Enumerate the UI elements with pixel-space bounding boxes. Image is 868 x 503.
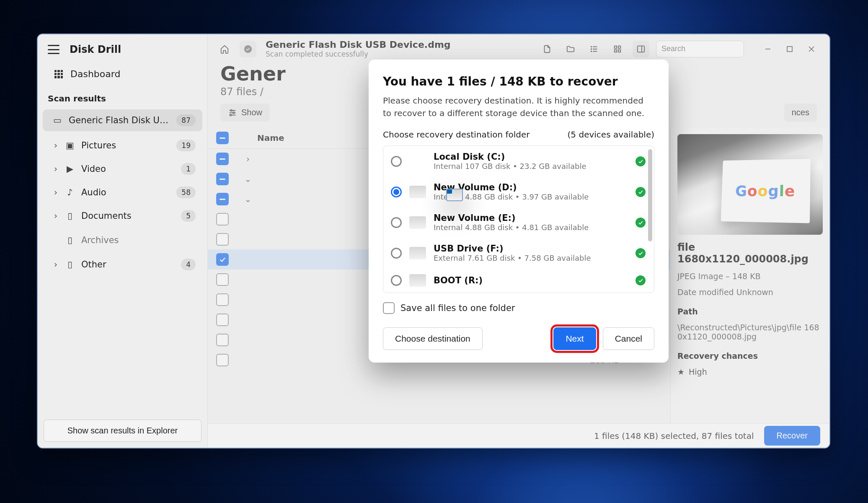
- status-ok-icon: [636, 248, 646, 258]
- destination-radio[interactable]: [391, 156, 402, 167]
- choose-destination-button[interactable]: Choose destination: [383, 327, 483, 350]
- destination-radio[interactable]: [391, 217, 402, 228]
- show-in-explorer-button[interactable]: Show scan results in Explorer: [44, 420, 202, 442]
- destination-option[interactable]: Local Disk (C:)Internal 107 GB disk • 23…: [383, 146, 654, 176]
- sidebar-item-device[interactable]: ▭ Generic Flash Disk USB D… 87: [43, 109, 202, 131]
- sidebar-item-other[interactable]: › ▯ Other 4: [43, 254, 202, 275]
- app-title: Disk Drill: [70, 44, 121, 55]
- destination-name: USB Drive (F:): [434, 244, 628, 254]
- sidebar-item-label: Video: [81, 164, 174, 174]
- drive-icon: ▭: [53, 115, 62, 125]
- drive-icon: [409, 216, 426, 229]
- sidebar-item-count: 19: [176, 140, 196, 151]
- app-window: Disk Drill Dashboard Scan results ▭ Gene…: [37, 34, 830, 449]
- destination-name: Local Disk (C:): [434, 152, 628, 162]
- recovery-destination-dialog: You have 1 files / 148 KB to recover Ple…: [369, 60, 669, 363]
- sidebar-item-count: 5: [181, 210, 196, 222]
- chevron-right-icon: ›: [53, 211, 59, 221]
- save-one-label: Save all files to one folder: [400, 303, 515, 313]
- dialog-title: You have 1 files / 148 KB to recover: [383, 75, 654, 88]
- status-ok-icon: [636, 187, 646, 197]
- scrollbar[interactable]: [648, 149, 652, 241]
- sidebar-section-label: Scan results: [38, 85, 207, 108]
- sidebar-item-label: Pictures: [81, 140, 170, 150]
- dashboard-icon: [54, 70, 63, 78]
- document-icon: ▯: [65, 211, 75, 221]
- destination-option[interactable]: New Volume (D:)Internal 4.88 GB disk • 3…: [383, 176, 654, 207]
- sidebar-item-audio[interactable]: ›♪Audio58: [43, 181, 202, 203]
- sidebar-item-label: Other: [81, 259, 174, 270]
- sidebar-item-count: 1: [181, 163, 196, 175]
- destination-info: Internal 107 GB disk • 23.2 GB available: [434, 162, 628, 171]
- drive-icon: [446, 189, 463, 201]
- sidebar-item-count: 4: [181, 259, 196, 270]
- destination-radio[interactable]: [391, 187, 402, 197]
- save-one-folder-option[interactable]: Save all files to one folder: [383, 302, 654, 314]
- sidebar-item-dashboard[interactable]: Dashboard: [38, 63, 207, 85]
- sidebar-item-video[interactable]: ›▶Video1: [43, 158, 202, 180]
- drive-icon: [409, 186, 426, 198]
- archive-icon: ▯: [65, 235, 75, 245]
- video-icon: ▶: [65, 164, 75, 174]
- dialog-description: Please choose recovery destination. It i…: [383, 94, 654, 119]
- status-ok-icon: [636, 218, 646, 228]
- destination-option[interactable]: USB Drive (F:)External 7.61 GB disk • 7.…: [383, 238, 654, 268]
- sidebar-item-documents[interactable]: ›▯Documents5: [43, 205, 202, 227]
- destination-option[interactable]: New Volume (E:)Internal 4.88 GB disk • 4…: [383, 207, 654, 238]
- sidebar-item-count: 87: [176, 114, 196, 126]
- sidebar-item-archives[interactable]: ▯ Archives: [43, 230, 202, 250]
- status-ok-icon: [636, 156, 646, 166]
- drive-icon: [409, 247, 426, 259]
- destination-list: Local Disk (C:)Internal 107 GB disk • 23…: [383, 145, 654, 293]
- destination-name: BOOT (R:): [434, 275, 628, 285]
- sidebar-item-label: Documents: [81, 211, 174, 221]
- chevron-right-icon: ›: [53, 187, 59, 197]
- destination-radio[interactable]: [391, 275, 402, 286]
- modal-overlay: You have 1 files / 148 KB to recover Ple…: [208, 34, 829, 448]
- chevron-right-icon: ›: [53, 259, 59, 270]
- sidebar-item-label: Archives: [81, 235, 196, 245]
- document-icon: ▯: [65, 259, 75, 270]
- drive-icon: [409, 274, 426, 287]
- chevron-right-icon: ›: [53, 164, 59, 174]
- hamburger-icon[interactable]: [48, 45, 59, 54]
- dashboard-label: Dashboard: [70, 69, 120, 79]
- sidebar: Disk Drill Dashboard Scan results ▭ Gene…: [38, 34, 208, 448]
- choose-destination-label: Choose recovery destination folder: [383, 130, 530, 140]
- destination-info: Internal 4.88 GB disk • 4.81 GB availabl…: [434, 223, 628, 232]
- destination-radio[interactable]: [391, 248, 402, 259]
- audio-icon: ♪: [65, 187, 75, 197]
- save-one-checkbox[interactable]: [383, 302, 395, 314]
- destination-info: External 7.61 GB disk • 7.58 GB availabl…: [434, 254, 628, 262]
- next-button[interactable]: Next: [553, 327, 596, 350]
- sidebar-item-label: Audio: [81, 187, 170, 197]
- devices-available-label: (5 devices available): [568, 130, 654, 140]
- main-panel: Generic Flash Disk USB Device.dmg Scan c…: [208, 34, 829, 448]
- sidebar-item-pictures[interactable]: ›▣Pictures19: [43, 135, 202, 156]
- status-ok-icon: [636, 275, 646, 285]
- sidebar-item-label: Generic Flash Disk USB D…: [69, 115, 170, 125]
- chevron-right-icon: ›: [53, 140, 59, 150]
- destination-name: New Volume (E:): [434, 213, 628, 223]
- sidebar-item-count: 58: [176, 187, 196, 198]
- cancel-button[interactable]: Cancel: [603, 327, 654, 350]
- destination-option[interactable]: BOOT (R:): [383, 268, 654, 293]
- picture-icon: ▣: [65, 140, 75, 150]
